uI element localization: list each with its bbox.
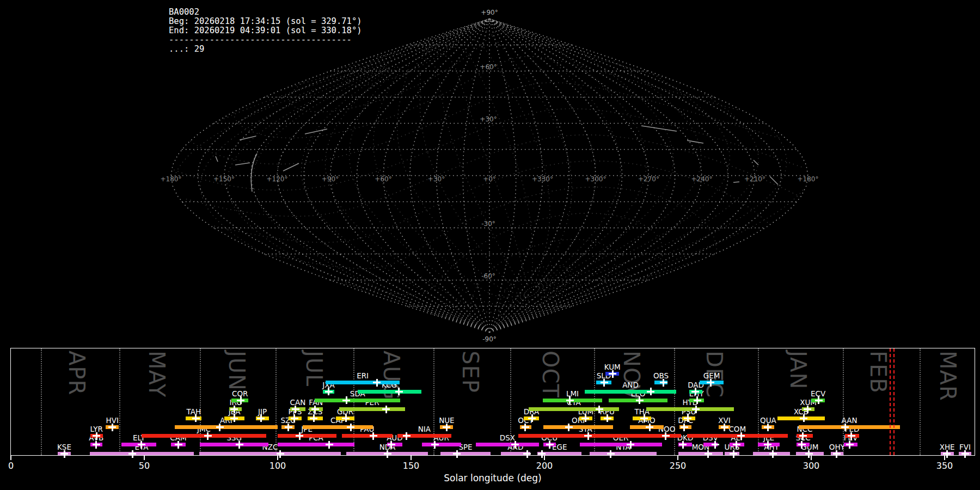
x-tick-200 (544, 456, 545, 460)
x-tick-50 (144, 456, 145, 460)
x-tick-label-200: 200 (528, 461, 561, 471)
x-tick-label-250: 250 (661, 461, 694, 471)
x-tick-label-150: 150 (395, 461, 427, 471)
x-tick-label-100: 100 (261, 461, 294, 471)
x-tick-250 (677, 456, 678, 460)
x-tick-100 (277, 456, 278, 460)
x-tick-300 (811, 456, 812, 460)
x-tick-label-300: 300 (795, 461, 828, 471)
activity-timeline: APRMAYJUNJULAUGSEPOCTNOVDECJANFEBMARKSEE… (0, 0, 980, 490)
x-axis-label: Solar longitude (deg) (384, 473, 602, 483)
x-tick-0 (10, 456, 11, 460)
x-tick-label-0: 0 (0, 461, 27, 471)
x-tick-350 (944, 456, 945, 460)
plot-frame (10, 348, 975, 456)
x-tick-label-50: 50 (128, 461, 161, 471)
x-tick-label-350: 350 (928, 461, 961, 471)
meteor-shower-activity-screen: BA0002 Beg: 20260218 17:34:15 (sol = 329… (0, 0, 980, 490)
x-tick-150 (411, 456, 412, 460)
